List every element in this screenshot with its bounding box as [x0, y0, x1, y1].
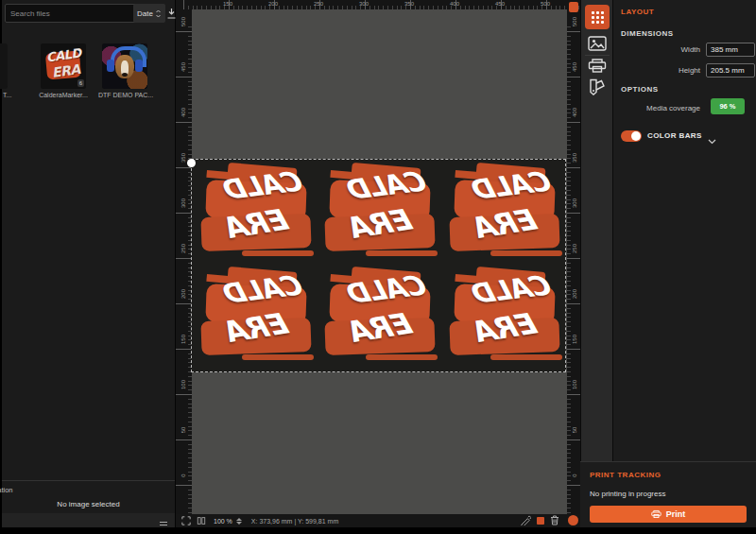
ruler-label: 500 — [572, 14, 577, 29]
tab-layout[interactable] — [585, 5, 610, 29]
ruler-label: 400 — [450, 1, 459, 7]
ruler-label: 350 — [404, 1, 414, 7]
layout-settings-panel: LAYOUT DIMENSIONS Width 385 mm Height 20… — [612, 0, 756, 461]
file-thumbnail-dog[interactable] — [102, 43, 147, 89]
canvas-status-bar: 100 % X: 373,96 mm | Y: 599,81 mm — [176, 514, 580, 527]
ruler-label: 450 — [495, 1, 505, 7]
ruler-label: 50 — [180, 422, 186, 438]
tab-color-settings[interactable] — [588, 78, 607, 99]
status-orange-indicator[interactable] — [568, 515, 578, 525]
divider — [2, 480, 175, 481]
sort-arrows-icon — [155, 9, 162, 18]
ruler-label: 250 — [314, 1, 323, 7]
ruler-label: 500 — [180, 14, 186, 29]
print-button-label: Print — [666, 509, 686, 519]
print-job-copy[interactable]: CALD ERA — [443, 164, 562, 264]
print-job-copy[interactable]: CALD ERA — [195, 164, 314, 264]
ruler-label: 500 — [541, 1, 550, 7]
ruler-label: 450 — [180, 60, 186, 75]
height-label: Height — [613, 66, 700, 75]
sort-by-date-label: Date — [137, 9, 153, 18]
file-thumbnail-caldera[interactable]: CALD ERA 6 — [41, 43, 86, 89]
fit-to-view-button[interactable] — [181, 516, 191, 525]
dog-artwork-preview — [102, 43, 147, 89]
measure-tool-button[interactable] — [521, 515, 531, 526]
file-thumbnail-partial[interactable] — [0, 43, 8, 89]
ruler-label: 0 — [180, 468, 186, 483]
print-tracking-title: PRINT TRACKING — [590, 471, 661, 479]
vertical-ruler-left: 500 450 400 350 300 250 200 150 100 50 0 — [176, 9, 192, 514]
mirrored-artwork: CALD ERA — [195, 164, 314, 264]
print-job-copy[interactable]: CALD ERA — [318, 267, 438, 368]
printer-icon — [651, 509, 662, 519]
tools-sidebar — [580, 0, 613, 461]
caldera-artwork-preview: CALD ERA 6 — [41, 43, 86, 89]
print-tracking-section: PRINT TRACKING No printing in progress P… — [580, 461, 756, 528]
file-browser-panel: Date T... CALD ERA 6 CalderaMarker... — [2, 0, 175, 527]
file-name: T... — [3, 92, 20, 98]
color-bars-toggle[interactable] — [621, 130, 642, 142]
ruler-label: 150 — [572, 332, 577, 347]
information-section-title: Information — [0, 486, 13, 494]
ruler-label: 200 — [572, 286, 577, 301]
color-sample-icon[interactable] — [537, 517, 544, 525]
mirrored-artwork: CALD ERA — [318, 164, 438, 264]
media-coverage-badge: 96 % — [711, 98, 745, 114]
image-icon — [588, 36, 607, 51]
printer-icon — [588, 59, 607, 73]
sort-by-date-button[interactable]: Date — [133, 4, 165, 23]
app-window: Date T... CALD ERA 6 CalderaMarker... — [0, 0, 756, 534]
print-job-copy[interactable]: CALD ERA — [195, 267, 314, 368]
trash-icon — [550, 515, 559, 525]
panel-title: LAYOUT — [621, 8, 654, 16]
fit-view-icon — [181, 516, 191, 525]
chevron-down-icon[interactable] — [708, 131, 716, 148]
media-coverage-label: Media coverage — [613, 104, 700, 112]
color-swatch-icon — [588, 78, 607, 95]
horizontal-ruler: 150 200 250 300 350 400 450 500 — [176, 0, 580, 9]
tab-printer[interactable] — [588, 59, 607, 77]
width-field[interactable]: 385 mm — [706, 43, 755, 57]
ruler-label: 200 — [180, 286, 186, 301]
no-image-selected-message: No image selected — [2, 500, 175, 508]
ruler-label: 150 — [223, 1, 232, 7]
ruler-label: 350 — [572, 150, 577, 165]
height-field[interactable]: 205.5 mm — [706, 63, 755, 78]
window-edge — [0, 527, 756, 534]
file-browser-toolbar — [2, 513, 175, 527]
print-status-message: No printing in progress — [590, 490, 665, 498]
ruler-label: 300 — [359, 1, 369, 7]
mirrored-artwork: CALD ERA — [443, 267, 562, 368]
print-job-selection[interactable]: CALD ERA CALD ERA CALD ERA — [191, 159, 566, 372]
print-button[interactable]: Print — [590, 506, 747, 523]
print-job-copy[interactable]: CALD ERA — [443, 267, 562, 368]
delete-job-button[interactable] — [550, 515, 559, 526]
pen-icon — [521, 515, 531, 525]
width-label: Width — [613, 45, 700, 54]
ruler-origin-marker[interactable] — [569, 2, 578, 12]
file-name: CalderaMarker... — [33, 92, 94, 98]
tab-images[interactable] — [588, 36, 607, 55]
vertical-ruler-right: 500 450 400 350 300 250 200 150 100 50 0 — [567, 9, 580, 514]
mirrored-artwork: CALD ERA — [318, 267, 438, 368]
ruler-label: 400 — [180, 105, 186, 120]
ruler-label: 0 — [572, 468, 577, 483]
file-count-badge: 6 — [77, 79, 84, 87]
mirrored-artwork: CALD ERA — [195, 267, 314, 368]
view-mode-button[interactable] — [197, 516, 206, 525]
ruler-label: 250 — [180, 241, 186, 256]
grid-icon — [592, 11, 594, 14]
ruler-label: 300 — [180, 196, 186, 211]
print-job-copy[interactable]: CALD ERA — [318, 164, 438, 264]
file-name: DTF DEMO PAC... — [95, 92, 156, 98]
options-section-title: OPTIONS — [621, 85, 659, 94]
zoom-stepper[interactable] — [236, 518, 242, 525]
ruler-label: 450 — [572, 60, 577, 75]
zoom-level-value: 100 % — [214, 518, 232, 525]
ruler-label: 300 — [572, 196, 577, 211]
layout-canvas[interactable]: CALD ERA CALD ERA CALD ERA — [192, 9, 567, 514]
ruler-label: 150 — [180, 332, 186, 347]
dimensions-section-title: DIMENSIONS — [621, 29, 674, 38]
cursor-coordinates: X: 373,96 mm | Y: 599,81 mm — [251, 518, 338, 525]
search-input[interactable] — [5, 4, 139, 23]
